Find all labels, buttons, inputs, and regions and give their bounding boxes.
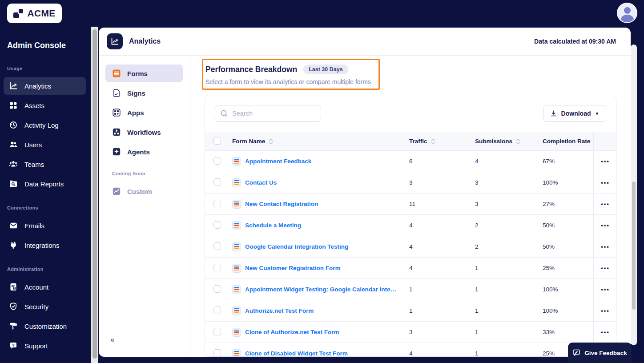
submissions-value: 1 (475, 329, 543, 335)
sidebar-item-label: Integrations (24, 242, 59, 249)
sidebar-item-data-reports[interactable]: Data Reports (4, 175, 86, 193)
row-actions-button[interactable]: ••• (601, 286, 610, 292)
table-row: Appointment Feedback 6 4 67% ••• (205, 151, 616, 172)
form-name-link[interactable]: Authorize.net Test Form (245, 307, 314, 314)
row-checkbox[interactable] (213, 285, 221, 293)
form-name-link[interactable]: New Customer Registration Form (245, 265, 341, 271)
collapse-sidebar-button[interactable]: « (110, 335, 114, 344)
row-checkbox[interactable] (213, 328, 221, 335)
sort-icon[interactable] (431, 138, 436, 145)
subnav-item-apps[interactable]: Apps (105, 104, 183, 121)
download-label: Download (561, 110, 591, 117)
table-body: Appointment Feedback 6 4 67% ••• Contact… (205, 151, 616, 357)
row-checkbox[interactable] (213, 264, 221, 271)
sidebar-item-account[interactable]: $ Account (4, 278, 86, 296)
form-name-link[interactable]: Google Calendar Integration Testing (245, 243, 348, 250)
account-icon: $ (9, 282, 18, 291)
form-name-link[interactable]: Appointment Widget Testing: Google Calen… (245, 286, 396, 293)
form-icon (232, 285, 241, 294)
performance-breakdown-highlight: Performance Breakdown Last 30 Days Selec… (202, 59, 380, 90)
subnav-item-label: Custom (127, 188, 152, 195)
form-icon (232, 328, 241, 337)
sidebar-item-integrations[interactable]: Integrations (4, 236, 86, 254)
integrations-icon (9, 241, 18, 250)
data-reports-icon (9, 179, 18, 188)
submissions-value: 4 (475, 158, 543, 165)
column-header-submissions[interactable]: Submissions (475, 138, 543, 145)
subnav-item-custom[interactable]: Custom (105, 182, 183, 200)
give-feedback-button[interactable]: Give Feedback (568, 343, 632, 363)
submissions-value: 3 (475, 179, 543, 186)
right-scrollbar-track[interactable] (631, 44, 637, 345)
row-actions-button[interactable]: ••• (601, 329, 610, 335)
row-checkbox[interactable] (213, 178, 221, 186)
sidebar-item-analytics[interactable]: Analytics (4, 77, 86, 95)
download-button[interactable]: Download ▼ (543, 105, 606, 122)
row-actions-button[interactable]: ••• (601, 201, 610, 207)
support-help-icon: ? (9, 341, 18, 350)
form-icon (232, 221, 241, 230)
row-checkbox[interactable] (213, 349, 221, 357)
select-all-checkbox[interactable] (213, 137, 221, 145)
sidebar-item-emails[interactable]: Emails (4, 217, 86, 234)
column-header-traffic[interactable]: Traffic (409, 138, 475, 145)
sidebar-item-users[interactable]: Users (4, 136, 86, 153)
sidebar-item-customization[interactable]: Customization (4, 317, 86, 335)
subnav-item-workflows[interactable]: Workflows (105, 123, 183, 141)
right-scrollbar-thumb[interactable] (632, 182, 636, 310)
form-name-link[interactable]: Appointment Feedback (245, 158, 311, 165)
form-name-link[interactable]: Schedule a Meeting (245, 222, 301, 229)
analytics-panel: Analytics Data calculated at 09:30 AM Fo… (99, 28, 631, 357)
row-checkbox[interactable] (213, 242, 221, 250)
subnav-item-signs[interactable]: Signs (105, 84, 183, 102)
teams-icon (9, 160, 18, 169)
row-actions-button[interactable]: ••• (601, 180, 610, 186)
form-icon (232, 349, 241, 357)
sidebar-item-support[interactable]: ? Support (4, 337, 86, 355)
feedback-icon (572, 349, 580, 357)
sidebar-item-label: Analytics (24, 82, 51, 90)
forms-table-card: Download ▼ Form Name Traffic S (205, 95, 616, 357)
row-checkbox[interactable] (213, 307, 221, 314)
user-avatar[interactable] (617, 3, 637, 23)
completion-rate-value: 100% (543, 286, 593, 293)
subnav-item-label: Agents (127, 148, 150, 156)
sidebar-item-activity-log[interactable]: Activity Log (4, 116, 86, 134)
subnav-item-label: Workflows (127, 129, 161, 136)
acme-logo[interactable]: ACME (7, 4, 62, 23)
download-icon (550, 110, 557, 117)
row-actions-button[interactable]: ••• (601, 158, 610, 164)
row-actions-button[interactable]: ••• (601, 265, 610, 271)
analytics-icon (9, 81, 18, 90)
sidebar-item-security[interactable]: Security (4, 298, 86, 315)
column-header-form-name[interactable]: Form Name (232, 138, 409, 145)
subnav-item-forms[interactable]: Forms (105, 65, 183, 82)
form-icon (232, 307, 241, 315)
traffic-value: 4 (409, 350, 475, 357)
form-name-link[interactable]: Clone of Authorize.net Test Form (245, 329, 339, 335)
download-caret-icon: ▼ (595, 111, 599, 116)
row-actions-button[interactable]: ••• (601, 222, 610, 228)
sidebar-item-teams[interactable]: Teams (4, 155, 86, 173)
sort-icon[interactable] (268, 138, 274, 145)
subnav-item-agents[interactable]: Agents (105, 143, 183, 161)
sidebar-item-assets[interactable]: Assets (4, 97, 86, 114)
left-scrollbar-thumb[interactable] (93, 29, 97, 359)
left-scrollbar-track[interactable] (91, 27, 98, 363)
form-icon (232, 157, 241, 166)
traffic-value: 6 (409, 158, 475, 165)
form-name-link[interactable]: Clone of Disabled Widget Test Form (245, 350, 348, 357)
row-checkbox[interactable] (213, 200, 221, 207)
search-input[interactable] (215, 105, 321, 122)
sort-icon[interactable] (515, 138, 521, 145)
submissions-value: 1 (475, 307, 543, 314)
signs-icon (112, 89, 121, 97)
form-name-link[interactable]: Contact Us (245, 179, 277, 186)
row-checkbox[interactable] (213, 157, 221, 165)
column-header-completion-rate[interactable]: Completion Rate (543, 138, 593, 145)
row-actions-button[interactable]: ••• (601, 244, 610, 250)
row-actions-button[interactable]: ••• (601, 308, 610, 314)
row-checkbox[interactable] (213, 221, 221, 229)
form-name-link[interactable]: New Contact Registration (245, 201, 318, 207)
emails-icon (9, 221, 18, 230)
